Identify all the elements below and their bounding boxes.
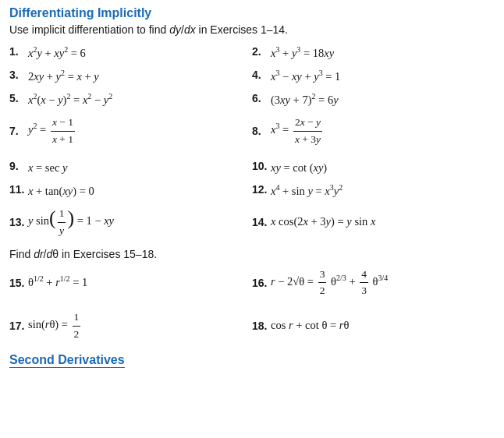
- exercise-number-4: 4.: [252, 69, 268, 81]
- exercise-number-12: 12.: [252, 183, 268, 196]
- exercise-cell-4: 4. x3 − xy + y3 = 1: [252, 67, 495, 87]
- exercise-content-6: (3xy + 7)2 = 6y: [271, 92, 339, 109]
- exercise-row-6: 11. x + tan(xy) = 0 12. x4 + sin y = x3y…: [9, 182, 495, 202]
- exercise-content-7: y2 = x − 1 x + 1: [28, 115, 76, 147]
- exercise-cell-10: 10. xy = cot (xy): [252, 158, 495, 178]
- exercise-content-11: x + tan(xy) = 0: [28, 183, 94, 200]
- exercise-cell-3: 3. 2xy + y2 = x + y: [9, 67, 252, 87]
- exercise-row-3: 5. x2(x − y)2 = x2 − y2 6. (3xy + 7)2 = …: [9, 90, 495, 111]
- exercise-cell-7: 7. y2 = x − 1 x + 1: [9, 113, 252, 149]
- exercise-cell-12: 12. x4 + sin y = x3y2: [252, 182, 495, 202]
- exercise-number-13: 13.: [9, 216, 25, 228]
- exercise-number-18: 18.: [252, 320, 268, 332]
- bottom-section-title: Second Derivatives: [9, 353, 125, 368]
- exercise-content-3: 2xy + y2 = x + y: [28, 69, 99, 86]
- exercise-number-7: 7.: [9, 125, 25, 137]
- exercise-content-10: xy = cot (xy): [271, 160, 327, 177]
- exercise-content-12: x4 + sin y = x3y2: [271, 183, 343, 200]
- exercise-cell-2: 2. x3 + y3 = 18xy: [252, 44, 495, 64]
- section-dr-label: Find dr/dθ in Exercises 15–18.: [9, 248, 495, 260]
- exercise-cell-18: 18. cos r + cot θ = rθ: [252, 316, 495, 336]
- exercise-row-8: 15. θ1/2 + r1/2 = 1 16. r − 2√θ = 3 2 θ2…: [9, 265, 495, 301]
- exercise-cell-1: 1. x2y + xy2 = 6: [9, 44, 252, 64]
- exercise-content-16: r − 2√θ = 3 2 θ2/3 + 4 3 θ3/4: [271, 267, 388, 299]
- exercise-content-4: x3 − xy + y3 = 1: [271, 69, 340, 86]
- section-title: Differentiating Implicitly: [9, 6, 495, 20]
- exercise-content-1: x2y + xy2 = 6: [28, 45, 86, 62]
- exercise-cell-17: 17. sin(rθ) = 1 2: [9, 308, 252, 344]
- exercise-number-2: 2.: [252, 45, 268, 58]
- exercise-cell-11: 11. x + tan(xy) = 0: [9, 182, 252, 202]
- exercise-content-9: x = sec y: [28, 160, 67, 177]
- exercise-row-7: 13. y sin(1y) = 1 − xy 14. x cos(2x + 3y…: [9, 204, 495, 240]
- exercise-number-6: 6.: [252, 92, 268, 104]
- exercise-cell-6: 6. (3xy + 7)2 = 6y: [252, 90, 495, 111]
- exercise-content-2: x3 + y3 = 18xy: [271, 45, 334, 62]
- exercise-cell-15: 15. θ1/2 + r1/2 = 1: [9, 273, 252, 293]
- exercise-cell-8: 8. x3 = 2x − y x + 3y: [252, 113, 495, 149]
- exercise-number-5: 5.: [9, 92, 25, 104]
- exercise-number-10: 10.: [252, 160, 268, 172]
- exercise-cell-9: 9. x = sec y: [9, 158, 252, 178]
- exercise-row-4: 7. y2 = x − 1 x + 1 8. x3 = 2x − y x + 3…: [9, 113, 495, 149]
- exercises-grid-2: 15. θ1/2 + r1/2 = 1 16. r − 2√θ = 3 2 θ2…: [9, 265, 495, 344]
- exercise-number-17: 17.: [9, 320, 25, 332]
- exercise-cell-16: 16. r − 2√θ = 3 2 θ2/3 + 4 3 θ3/4: [252, 265, 495, 301]
- exercise-cell-5: 5. x2(x − y)2 = x2 − y2: [9, 90, 252, 111]
- exercises-grid: 1. x2y + xy2 = 6 2. x3 + y3 = 18xy 3. 2x…: [9, 44, 495, 240]
- exercise-content-18: cos r + cot θ = rθ: [271, 317, 349, 334]
- exercise-number-1: 1.: [9, 45, 25, 58]
- exercise-row-2: 3. 2xy + y2 = x + y 4. x3 − xy + y3 = 1: [9, 67, 495, 87]
- exercise-content-14: x cos(2x + 3y) = y sin x: [271, 214, 375, 231]
- exercise-number-11: 11.: [9, 183, 25, 196]
- exercise-number-3: 3.: [9, 69, 25, 81]
- exercise-content-8: x3 = 2x − y x + 3y: [271, 115, 324, 147]
- exercise-number-14: 14.: [252, 216, 268, 228]
- exercise-row-9: 17. sin(rθ) = 1 2 18. cos r + cot θ = rθ: [9, 308, 495, 344]
- exercise-number-16: 16.: [252, 277, 268, 289]
- exercise-content-17: sin(rθ) = 1 2: [28, 309, 82, 342]
- exercise-content-15: θ1/2 + r1/2 = 1: [28, 274, 87, 291]
- exercise-number-9: 9.: [9, 160, 25, 172]
- exercise-content-13: y sin(1y) = 1 − xy: [28, 206, 114, 238]
- subtitle: Use implicit differentiation to find dy/…: [9, 23, 495, 36]
- exercise-number-8: 8.: [252, 125, 268, 137]
- exercise-cell-14: 14. x cos(2x + 3y) = y sin x: [252, 212, 495, 232]
- exercise-row-1: 1. x2y + xy2 = 6 2. x3 + y3 = 18xy: [9, 44, 495, 64]
- exercise-cell-13: 13. y sin(1y) = 1 − xy: [9, 204, 252, 240]
- exercise-row-5: 9. x = sec y 10. xy = cot (xy): [9, 158, 495, 178]
- exercise-content-5: x2(x − y)2 = x2 − y2: [28, 92, 112, 109]
- exercise-number-15: 15.: [9, 277, 25, 289]
